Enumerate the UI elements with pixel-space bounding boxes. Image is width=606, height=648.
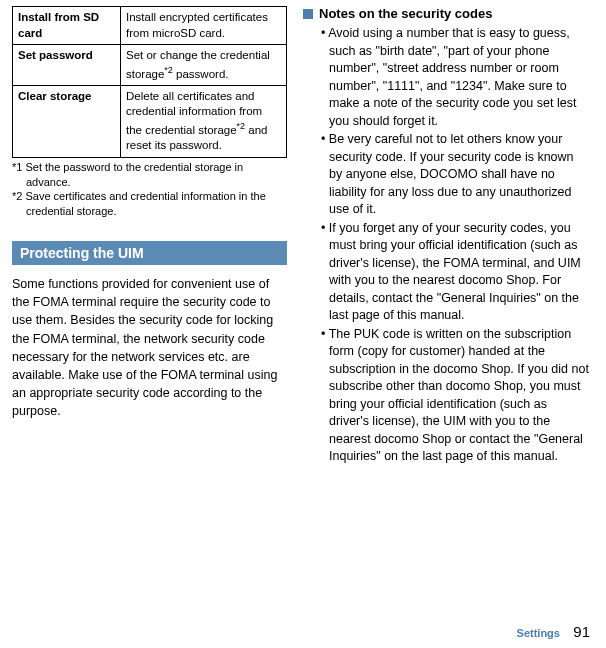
intro-text: Some functions provided for convenient u… — [12, 275, 287, 420]
footnote: *1 Set the password to the credential st… — [12, 160, 287, 190]
list-item: Be very careful not to let others know y… — [321, 131, 590, 219]
table-row: Set password Set or change the credentia… — [13, 45, 287, 86]
cell-label: Install from SD card — [13, 7, 121, 45]
list-item: If you forget any of your security codes… — [321, 220, 590, 325]
notes-title: Notes on the security codes — [319, 6, 492, 21]
footnotes: *1 Set the password to the credential st… — [12, 160, 287, 219]
settings-table: Install from SD card Install encrypted c… — [12, 6, 287, 158]
cell-label: Set password — [13, 45, 121, 86]
notes-list: Avoid using a number that is easy to gue… — [303, 25, 590, 466]
page-footer: Settings 91 — [517, 623, 590, 640]
cell-desc: Install encrypted certificates from micr… — [121, 7, 287, 45]
section-heading: Protecting the UIM — [12, 241, 287, 265]
cell-desc: Set or change the credential storage*2 p… — [121, 45, 287, 86]
notes-heading: Notes on the security codes — [303, 6, 590, 21]
footer-section: Settings — [517, 627, 560, 639]
page-number: 91 — [573, 623, 590, 640]
cell-desc: Delete all certificates and credential i… — [121, 85, 287, 157]
table-row: Clear storage Delete all certificates an… — [13, 85, 287, 157]
footnote: *2 Save certificates and credential info… — [12, 189, 287, 219]
list-item: The PUK code is written on the subscript… — [321, 326, 590, 466]
list-item: Avoid using a number that is easy to gue… — [321, 25, 590, 130]
square-bullet-icon — [303, 9, 313, 19]
table-row: Install from SD card Install encrypted c… — [13, 7, 287, 45]
cell-label: Clear storage — [13, 85, 121, 157]
